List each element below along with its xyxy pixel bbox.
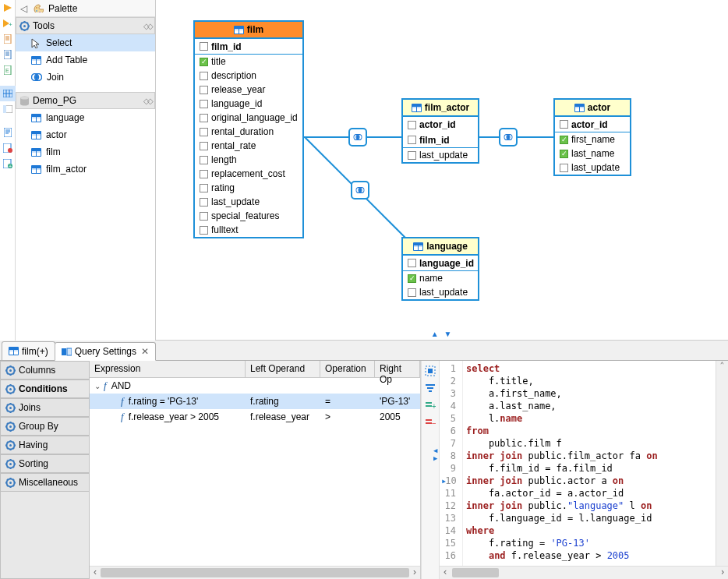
select-all-button[interactable] [423, 364, 437, 378]
run-icon[interactable] [0, 0, 16, 16]
checkbox[interactable] [200, 226, 208, 235]
condition-row[interactable]: ff.release_year > 2005f.release_year>200… [90, 409, 420, 425]
checkbox[interactable] [560, 164, 568, 172]
section-conditions[interactable]: Conditions [0, 380, 90, 398]
checkbox[interactable] [200, 114, 208, 122]
column-row[interactable]: length [195, 153, 302, 167]
column-row[interactable]: description [195, 69, 302, 83]
tool-select[interactable]: Select [16, 34, 155, 51]
entity-language[interactable]: language language_id namelast_update [401, 237, 479, 301]
checkbox[interactable] [200, 58, 208, 66]
condition-root[interactable]: ⌄fAND [90, 378, 420, 394]
panel-icon[interactable] [0, 101, 16, 117]
script-icon[interactable] [0, 31, 16, 47]
col-header[interactable]: Expression [90, 361, 246, 377]
checkbox[interactable] [200, 86, 208, 94]
tools-header[interactable]: Tools ◇◇ [16, 17, 155, 34]
sql-code[interactable]: select f.title, a.first_name, a.last_nam… [463, 361, 716, 566]
checkbox[interactable] [200, 156, 208, 164]
schema-item-film[interactable]: film [16, 143, 155, 161]
tool-join[interactable]: Join [16, 69, 155, 86]
tab-film[interactable]: film(+) [2, 341, 55, 360]
column-row[interactable]: last_name [555, 147, 630, 161]
doc-icon[interactable] [0, 125, 16, 140]
checkbox[interactable] [560, 120, 568, 129]
col-header[interactable]: Right Op [375, 361, 420, 377]
checkbox[interactable] [200, 100, 208, 108]
column-row[interactable]: title [195, 55, 302, 69]
column-row[interactable]: fulltext [195, 223, 302, 237]
column-row[interactable]: original_language_id [195, 111, 302, 125]
explain-icon[interactable] [0, 47, 16, 62]
join-badge-filmactor-actor[interactable] [499, 128, 518, 147]
tab-query-settings[interactable]: Query Settings ✕ [55, 342, 156, 361]
column-row[interactable]: last_update [195, 195, 302, 209]
splitter-handle[interactable]: ◀▶ [433, 447, 436, 462]
remove-button[interactable]: − [423, 415, 437, 429]
column-row[interactable]: language_id [195, 97, 302, 111]
schema-item-actor[interactable]: actor [16, 126, 155, 143]
entity-actor[interactable]: actor actor_id first_namelast_namelast_u… [553, 98, 631, 176]
collapse-icon[interactable]: ◇◇ [143, 22, 151, 30]
checkbox[interactable] [200, 184, 208, 192]
checkbox[interactable] [200, 42, 208, 51]
checkbox[interactable] [200, 142, 208, 150]
doc-locked-icon[interactable] [0, 140, 16, 156]
close-icon[interactable]: ✕ [141, 346, 149, 357]
checkbox[interactable] [408, 259, 416, 267]
schema-item-language[interactable]: language [16, 109, 155, 126]
column-row[interactable]: last_update [555, 161, 630, 175]
section-columns[interactable]: Columns [0, 361, 90, 380]
condition-row[interactable]: ff.rating = 'PG-13'f.rating='PG-13' [90, 394, 420, 409]
run-plus-icon[interactable]: + [0, 16, 16, 31]
schema-item-film-actor[interactable]: film_actor [16, 161, 155, 178]
col-header[interactable]: Left Operand [246, 361, 320, 377]
section-sorting[interactable]: Sorting [0, 454, 90, 473]
checkbox[interactable] [408, 136, 416, 144]
checkbox[interactable] [200, 72, 208, 80]
join-badge-film-language[interactable] [351, 181, 369, 199]
column-row[interactable]: rental_rate [195, 139, 302, 153]
section-having[interactable]: Having [0, 436, 90, 454]
entity-film[interactable]: film film_id titledescriptionrelease_yea… [193, 20, 304, 238]
checkbox[interactable] [408, 274, 416, 283]
palette-back-header[interactable]: ◁ Palette [16, 0, 155, 17]
collapse-icon[interactable]: ◇◇ [143, 97, 151, 105]
col-header[interactable]: Operation [320, 361, 375, 377]
column-row[interactable]: last_update [403, 148, 478, 162]
chevron-down-icon[interactable]: ⌄ [94, 382, 101, 390]
scrollbar-horizontal[interactable]: ‹› [90, 566, 420, 579]
section-joins[interactable]: Joins [0, 398, 90, 417]
filter-button[interactable] [423, 381, 437, 395]
column-row[interactable]: name [403, 271, 478, 285]
column-row[interactable]: release_year [195, 83, 302, 97]
schema-header[interactable]: Demo_PG ◇◇ [16, 92, 155, 109]
checkbox[interactable] [200, 128, 208, 136]
checkbox[interactable] [560, 136, 568, 144]
column-row[interactable]: rental_duration [195, 125, 302, 139]
column-row[interactable]: special_features [195, 209, 302, 223]
checkbox[interactable] [408, 121, 416, 129]
splitter-handle[interactable]: ▲ ▼ [156, 330, 728, 338]
doc-add-icon[interactable]: + [0, 156, 16, 171]
entity-film-actor[interactable]: film_actor actor_id film_id last_update [401, 98, 479, 164]
checkbox[interactable] [200, 170, 208, 178]
column-row[interactable]: replacement_cost [195, 167, 302, 181]
column-row[interactable]: first_name [555, 132, 630, 147]
section-miscellaneous[interactable]: Miscellaneous [0, 473, 90, 492]
add-button[interactable]: + [423, 398, 437, 412]
checkbox[interactable] [560, 150, 568, 158]
column-row[interactable]: rating [195, 181, 302, 195]
checkbox[interactable] [200, 212, 208, 221]
diagram-canvas[interactable]: film film_id titledescriptionrelease_yea… [156, 0, 728, 341]
checkbox[interactable] [408, 288, 416, 297]
tool-add-table[interactable]: Add Table [16, 51, 155, 69]
scrollbar-horizontal[interactable]: ‹› [440, 566, 728, 579]
grid-icon[interactable] [0, 86, 16, 101]
column-row[interactable]: last_update [403, 285, 478, 299]
script2-icon[interactable]: E [0, 62, 16, 78]
section-group-by[interactable]: Group By [0, 417, 90, 436]
checkbox[interactable] [408, 151, 416, 160]
checkbox[interactable] [200, 198, 208, 207]
scrollbar-vertical[interactable]: ⌃ [716, 361, 728, 566]
